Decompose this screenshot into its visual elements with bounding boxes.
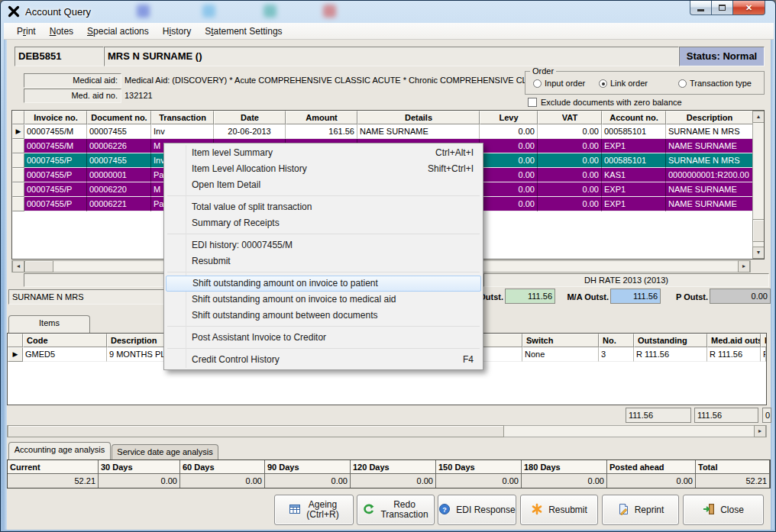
tab-service-date-age-analysis[interactable]: Service date age analysis: [112, 444, 218, 459]
minimize-button[interactable]: [690, 1, 712, 15]
context-menu-item-shift-outstanding-amount-on-invoice-to-medical-aid[interactable]: Shift outstanding amount on invoice to m…: [166, 292, 481, 308]
edi-help-icon: ?: [438, 503, 451, 517]
scroll-right-icon[interactable]: ▸: [738, 260, 750, 272]
scroll-thumb[interactable]: [8, 425, 504, 437]
items-total-patient: 0: [762, 408, 771, 423]
checkbox-box-icon[interactable]: [528, 98, 537, 107]
radio-input-order[interactable]: Input order: [533, 79, 585, 88]
context-menu-item-post-assistant-invoice-to-creditor[interactable]: Post Assistant Invoice to Creditor: [166, 330, 481, 346]
table-cell: 0.00: [538, 168, 602, 182]
menu-separator: [167, 234, 480, 234]
scroll-thumb[interactable]: [24, 260, 53, 272]
context-menu-item-item-level-allocation-history[interactable]: Item Level Allocation HistoryShift+Ctrl+…: [166, 161, 481, 177]
column-header-outstanding: Outstanding: [634, 334, 707, 347]
title-bar[interactable]: Account Query ✕: [1, 1, 775, 23]
column-header-90-days: 90 Days: [265, 460, 351, 474]
scroll-down-icon[interactable]: ▾: [752, 247, 765, 259]
close-window-button[interactable]: ✕: [732, 1, 765, 15]
scroll-left-icon[interactable]: ◂: [12, 260, 24, 272]
window-controls: ✕: [690, 1, 765, 15]
table-cell: 0.00: [480, 124, 538, 139]
menu-statement-settings[interactable]: Statement Settings: [198, 24, 289, 39]
radio-link-order[interactable]: Link order: [599, 79, 648, 88]
radio-circle-icon[interactable]: [678, 79, 687, 88]
column-header-levy: Levy: [480, 111, 538, 124]
resubmit-button[interactable]: Resubmit: [520, 495, 598, 525]
maximize-button[interactable]: [712, 1, 732, 15]
table-cell: 0.00: [538, 197, 602, 211]
context-menu-item-shift-outstanding-amount-on-invoice-to-patient[interactable]: Shift outstanding amount on invoice to p…: [166, 276, 481, 292]
redo-transaction-button[interactable]: RedoTransaction: [357, 495, 435, 525]
ageing-ctrl-r-button[interactable]: Ageing(Ctrl+R): [274, 495, 354, 525]
ghost-icon: [323, 5, 336, 18]
context-menu-item-shift-outstanding-amount-between-documents[interactable]: Shift outstanding amount between documen…: [166, 308, 481, 324]
column-header-current: Current: [8, 460, 99, 474]
column-header-transaction: Transaction: [151, 111, 214, 124]
column-header-30-days: 30 Days: [99, 460, 180, 474]
table-cell: 0.00: [480, 182, 538, 197]
context-menu-item-summary-of-receipts[interactable]: Summary of Receipts: [166, 215, 481, 231]
table-cell: None: [522, 347, 599, 362]
close-button[interactable]: Close: [683, 495, 764, 525]
age-values-row: 52.210.000.000.000.000.000.000.0052.21: [8, 474, 770, 488]
button-label: Ageing(Ctrl+R): [306, 500, 338, 520]
patient-name-field: SURNAME N MRS: [8, 289, 164, 305]
scroll-up-icon[interactable]: ▴: [752, 111, 765, 123]
menu-history[interactable]: History: [156, 24, 198, 39]
age-value: 0.00: [351, 474, 436, 488]
age-value: 0.00: [99, 474, 180, 488]
table-cell: NAME SURNAME: [666, 182, 753, 197]
tab-items[interactable]: Items: [8, 315, 90, 333]
context-menu-item-edi-history-00007455-m[interactable]: EDI history: 00007455/M: [166, 237, 481, 253]
menu-special-actions[interactable]: Special actions: [80, 24, 156, 39]
reprint-button[interactable]: Reprint: [602, 495, 679, 525]
menu-print[interactable]: Print: [10, 24, 43, 39]
context-menu-item-open-item-detail[interactable]: Open Item Detail: [166, 177, 481, 193]
age-value: 0.00: [180, 474, 265, 488]
menu-notes[interactable]: Notes: [43, 24, 80, 39]
context-menu-item-credit-control-history[interactable]: Credit Control HistoryF4: [166, 352, 481, 368]
account-code: DEB5851: [15, 47, 104, 66]
column-header-posted-ahead: Posted ahead: [607, 460, 696, 474]
transactions-vscrollbar[interactable]: ▴▾: [752, 111, 765, 259]
table-cell: 20-06-2013: [214, 124, 286, 139]
column-header-document-no: Document no.: [87, 111, 151, 124]
scroll-right-icon[interactable]: ▸: [754, 425, 766, 437]
table-cell: 00006221: [87, 197, 151, 211]
table-cell: R: [761, 347, 766, 362]
context-menu-item-total-value-of-split-transaction[interactable]: Total value of split transaction: [166, 199, 481, 215]
items-total-medaid: 111.56: [694, 408, 758, 423]
scroll-thumb[interactable]: [752, 219, 765, 242]
age-value: 0.00: [265, 474, 351, 488]
table-cell: NAME SURNAME: [666, 139, 753, 153]
table-cell: SURNAME N MRS: [666, 124, 753, 139]
exclude-zero-balance-checkbox[interactable]: Exclude documents with zero balance: [528, 98, 682, 107]
info-empty-field: [24, 273, 164, 287]
button-label: RedoTransaction: [380, 500, 428, 520]
button-label: EDI Response: [456, 505, 515, 515]
reprint-page-icon: [617, 503, 629, 517]
radio-transaction-type[interactable]: Transaction type: [678, 79, 752, 88]
column-header-details: Details: [357, 111, 480, 124]
table-cell: EXP1: [602, 139, 666, 153]
edi-response-button[interactable]: ?EDI Response: [438, 495, 516, 525]
row-indicator: [12, 197, 24, 211]
status-badge: Status: Normal: [679, 47, 765, 66]
column-header-150-days: 150 Days: [436, 460, 522, 474]
table-cell: R 111.56: [707, 347, 761, 362]
radio-circle-icon[interactable]: [533, 79, 542, 88]
medical-aid-no-value: 132121: [124, 91, 277, 100]
items-hscrollbar[interactable]: ▸: [7, 425, 767, 437]
medical-aid-outstanding-value: 111.56: [610, 289, 661, 304]
age-value: 0.00: [522, 474, 607, 488]
radio-circle-icon[interactable]: [599, 79, 607, 88]
table-cell: 0.00: [480, 197, 538, 211]
context-menu-item-resubmit[interactable]: Resubmit: [166, 253, 481, 269]
table-cell: 0.00: [480, 153, 538, 168]
age-analysis-table: Current30 Days60 Days90 Days120 Days150 …: [7, 459, 771, 488]
table-row[interactable]: ▶00007455/M00007455Inv20-06-2013161.56NA…: [12, 124, 764, 139]
tab-accounting-age-analysis[interactable]: Accounting age analysis: [8, 442, 111, 459]
column-header-total: Total: [696, 460, 770, 474]
context-menu-item-item-level-summary[interactable]: Item level SummaryCtrl+Alt+I: [166, 145, 481, 161]
row-indicator: ▶: [8, 347, 23, 362]
